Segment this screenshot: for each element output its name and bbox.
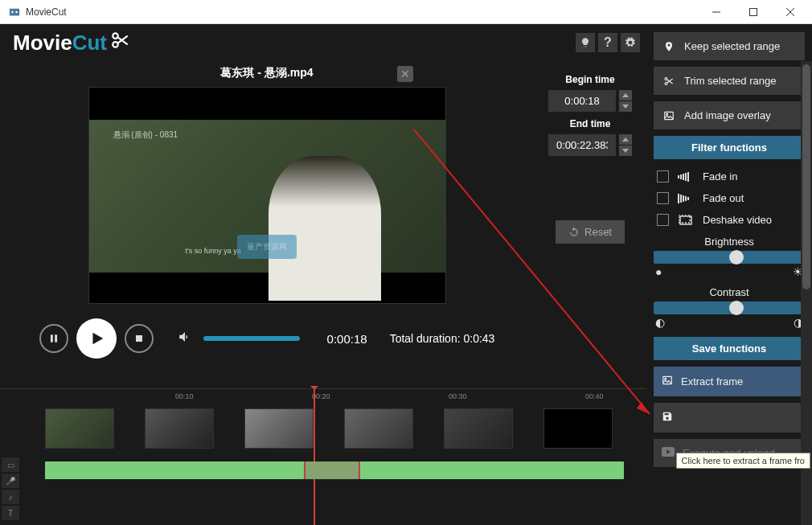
timeline-thumb[interactable] <box>444 408 513 449</box>
logo-text-2: Cut <box>72 31 107 55</box>
volume-slider[interactable] <box>203 336 300 341</box>
video-overlay-text: 悬溺 (原创) - 0831 <box>113 129 178 141</box>
trim-range-button[interactable]: Trim selected range <box>654 67 805 95</box>
brightness-min-icon: ● <box>655 265 662 278</box>
timeline-thumb[interactable] <box>344 408 413 449</box>
reset-label: Reset <box>584 226 612 238</box>
contrast-label: Contrast <box>654 286 805 298</box>
fade-in-label: Fade in <box>703 170 737 183</box>
reset-button[interactable]: Reset <box>556 220 625 244</box>
playback-controls: 0:00:18 Total duration: 0:0:43 <box>0 304 534 368</box>
fade-in-icon <box>677 172 695 182</box>
timeline-text-track-icon[interactable]: T <box>2 506 19 520</box>
timeline-thumb[interactable] <box>543 408 613 449</box>
window-title: MovieCut <box>26 6 698 18</box>
checkbox-icon <box>657 170 669 183</box>
begin-time-down[interactable] <box>619 101 632 112</box>
brightness-label: Brightness <box>654 236 805 248</box>
close-video-button[interactable]: ✕ <box>397 66 413 82</box>
timeline-clip-track[interactable] <box>45 461 624 479</box>
save-button[interactable] <box>654 403 805 433</box>
begin-time-input[interactable] <box>548 90 616 112</box>
timeline-ruler[interactable]: 00:10 00:20 00:30 00:40 <box>23 389 646 405</box>
logo-text-1: Movie <box>13 31 72 55</box>
svg-rect-27 <box>683 195 684 202</box>
contrast-slider[interactable] <box>654 301 805 314</box>
end-time-input[interactable] <box>548 134 616 156</box>
end-time-up[interactable] <box>619 134 632 145</box>
svg-point-2 <box>15 10 18 13</box>
timeline-audio-track-icon[interactable]: ♪ <box>2 490 19 504</box>
settings-button[interactable] <box>621 33 640 52</box>
add-overlay-button[interactable]: Add image overlay <box>654 101 805 129</box>
svg-rect-11 <box>50 334 52 342</box>
timeline-thumb[interactable] <box>145 408 214 449</box>
svg-point-1 <box>11 10 14 13</box>
watermark: 量产资源网 <box>237 235 297 259</box>
svg-rect-4 <box>750 8 757 15</box>
help-button[interactable]: ? <box>598 33 617 52</box>
scissors-icon <box>662 76 676 87</box>
timeline-thumb[interactable] <box>45 408 114 449</box>
extract-frame-label: Extract frame <box>681 375 743 388</box>
timeline-playhead[interactable] <box>314 389 315 525</box>
video-caption: t's so funny ya ya <box>186 247 241 255</box>
timeline-video-track-icon[interactable]: ▭ <box>2 457 19 472</box>
fade-in-checkbox[interactable]: Fade in <box>654 166 805 187</box>
timeline-thumbnails[interactable] <box>23 405 646 450</box>
minimize-button[interactable] <box>698 0 735 24</box>
svg-rect-28 <box>685 196 687 201</box>
svg-rect-24 <box>687 172 689 182</box>
trim-range-label: Trim selected range <box>684 75 776 87</box>
close-button[interactable] <box>772 0 809 24</box>
filter-section-header: Filter functions <box>654 136 805 159</box>
svg-line-9 <box>117 37 127 44</box>
fade-out-label: Fade out <box>703 192 744 204</box>
fade-out-checkbox[interactable]: Fade out <box>654 187 805 209</box>
svg-rect-23 <box>685 173 687 181</box>
app-header: MovieCut ? <box>0 24 646 61</box>
svg-rect-0 <box>10 8 19 15</box>
play-button[interactable] <box>76 318 117 359</box>
checkbox-icon <box>657 214 669 226</box>
fade-out-icon <box>677 194 695 203</box>
deshake-checkbox[interactable]: Deshake video <box>654 209 805 231</box>
svg-rect-20 <box>678 175 679 178</box>
ruler-mark: 00:40 <box>585 392 604 400</box>
svg-point-14 <box>665 77 667 80</box>
svg-point-33 <box>665 378 666 379</box>
brightness-slider[interactable] <box>654 251 805 264</box>
svg-line-10 <box>117 35 127 43</box>
volume-icon[interactable] <box>178 330 192 347</box>
deshake-icon <box>677 215 695 226</box>
svg-line-17 <box>667 79 673 83</box>
stop-button[interactable] <box>125 324 154 353</box>
checkbox-icon <box>657 192 669 204</box>
timeline-selection[interactable] <box>304 461 360 479</box>
tooltip: Click here to extract a frame fro <box>676 453 810 469</box>
app-logo: MovieCut <box>13 30 131 56</box>
tips-button[interactable] <box>576 33 595 52</box>
svg-rect-12 <box>55 334 57 342</box>
deshake-label: Deshake video <box>703 214 772 226</box>
contrast-min-icon: ◐ <box>655 316 665 329</box>
timeline-thumb[interactable] <box>244 408 314 449</box>
svg-rect-13 <box>136 335 142 342</box>
timeline-mic-track-icon[interactable]: 🎤 <box>2 474 19 488</box>
pause-button[interactable] <box>39 324 68 353</box>
begin-time-up[interactable] <box>619 90 632 100</box>
svg-point-15 <box>665 82 667 84</box>
total-duration: Total duration: 0:0:43 <box>390 332 495 345</box>
svg-rect-25 <box>678 194 679 203</box>
maximize-button[interactable] <box>735 0 772 24</box>
end-time-down[interactable] <box>619 146 632 156</box>
extract-frame-button[interactable]: Extract frame <box>654 367 805 396</box>
begin-time-label: Begin time <box>534 74 646 85</box>
ruler-mark: 00:10 <box>175 392 194 400</box>
svg-rect-21 <box>680 174 682 179</box>
ruler-mark: 00:30 <box>449 392 467 400</box>
save-section-header: Save functions <box>654 337 805 360</box>
keep-range-button[interactable]: Keep selected range <box>654 32 805 60</box>
sidebar: Keep selected range Trim selected range … <box>646 24 812 525</box>
video-preview[interactable]: 悬溺 (原创) - 0831 t's so funny ya ya 量产资源网 <box>88 87 446 304</box>
